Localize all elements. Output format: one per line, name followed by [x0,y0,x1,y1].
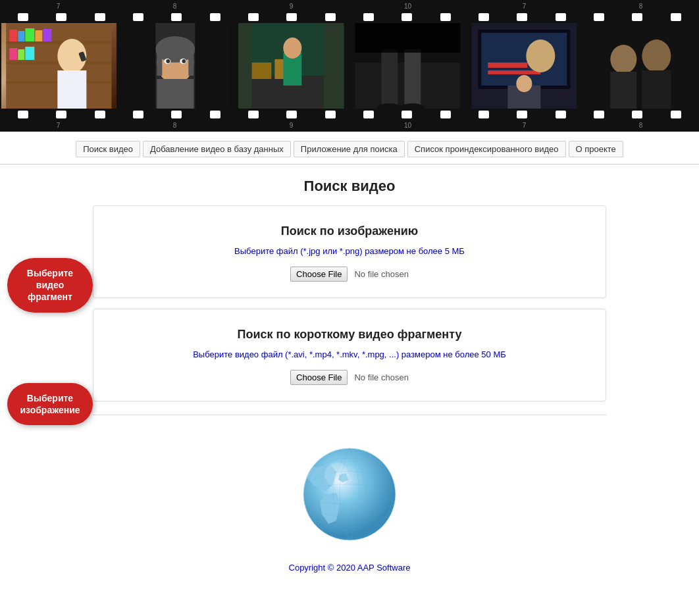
svg-point-64 [324,463,348,486]
svg-rect-8 [35,30,42,41]
svg-point-50 [516,75,532,92]
svg-point-25 [182,59,186,63]
svg-rect-10 [9,48,17,60]
film-frame-2 [118,23,233,109]
svg-rect-27 [195,23,228,109]
svg-rect-20 [157,49,162,76]
svg-rect-34 [239,23,252,109]
svg-rect-38 [381,49,398,109]
svg-rect-6 [18,31,24,41]
svg-rect-39 [404,49,421,109]
film-frame-4 [350,23,465,109]
svg-point-33 [284,38,302,59]
bubble-image: Выберите изображение [7,383,93,425]
image-no-file-text: No file chosen [354,269,408,279]
film-numbers-bottom: 7 8 9 10 7 8 [0,120,699,132]
main-content: Выберите видео фрагмент Выберите изображ… [53,205,646,586]
video-choose-file-button[interactable]: Choose File [290,370,348,385]
film-frame-3 [234,23,349,109]
bubble-video-fragment: Выберите видео фрагмент [7,258,93,313]
svg-point-48 [526,39,555,72]
nav-search-app[interactable]: Приложение для поиска [294,141,405,157]
nav-indexed-list[interactable]: Список проиндексированного видео [407,141,566,157]
svg-rect-57 [588,23,693,109]
video-search-subtitle: Выберите видео файл (*.avi, *.mp4, *.mkv… [113,349,586,359]
svg-rect-47 [488,70,540,74]
film-frame-1 [1,23,116,109]
globe-icon [297,442,402,547]
nav-about[interactable]: О проекте [569,141,623,157]
nav-add-video[interactable]: Добавление видео в базу данных [143,141,291,157]
image-search-title: Поиск по изображению [113,224,586,238]
film-frame-6 [582,23,698,109]
svg-rect-11 [18,49,24,60]
svg-rect-18 [157,79,194,109]
svg-rect-7 [25,28,34,41]
image-choose-file-button[interactable]: Choose File [290,267,348,282]
annotation-container: Выберите видео фрагмент Выберите изображ… [93,205,606,401]
copyright-text: Copyright © 2020 AAP Software [289,556,411,586]
perforations-bottom [0,109,699,120]
video-no-file-text: No file chosen [354,372,408,382]
image-file-input-row: Choose File No file chosen [113,267,586,282]
svg-rect-21 [188,49,194,76]
svg-rect-9 [43,29,51,41]
image-search-card: Поиск по изображению Выберите файл (*.jp… [93,205,606,298]
film-frames [0,23,699,109]
svg-rect-42 [355,23,460,53]
globe-container [297,442,402,550]
perforations-top [0,11,699,23]
bottom-section: Copyright © 2020 AAP Software [93,415,606,586]
svg-point-59 [303,448,396,540]
film-frame-5 [467,23,582,109]
video-file-input-row: Choose File No file chosen [113,370,586,385]
svg-rect-30 [252,63,272,79]
navbar: Поиск видео Добавление видео в базу данн… [0,132,699,165]
image-search-subtitle: Выберите файл (*.jpg или *.png) размером… [113,246,586,256]
svg-rect-5 [9,30,17,41]
film-numbers-top: 7 8 9 10 7 8 [0,0,699,11]
nav-search-video[interactable]: Поиск видео [76,141,140,157]
svg-rect-35 [324,23,344,109]
svg-rect-26 [122,23,155,109]
filmstrip: 7 8 9 10 7 8 [0,0,699,132]
svg-rect-14 [57,70,86,109]
video-search-title: Поиск по короткому видео фрагменту [113,328,586,342]
svg-point-24 [166,59,170,63]
svg-rect-46 [488,63,527,68]
page-title: Поиск видео [0,165,699,205]
video-search-card: Поиск по короткому видео фрагменту Выбер… [93,309,606,401]
svg-rect-12 [25,47,34,60]
